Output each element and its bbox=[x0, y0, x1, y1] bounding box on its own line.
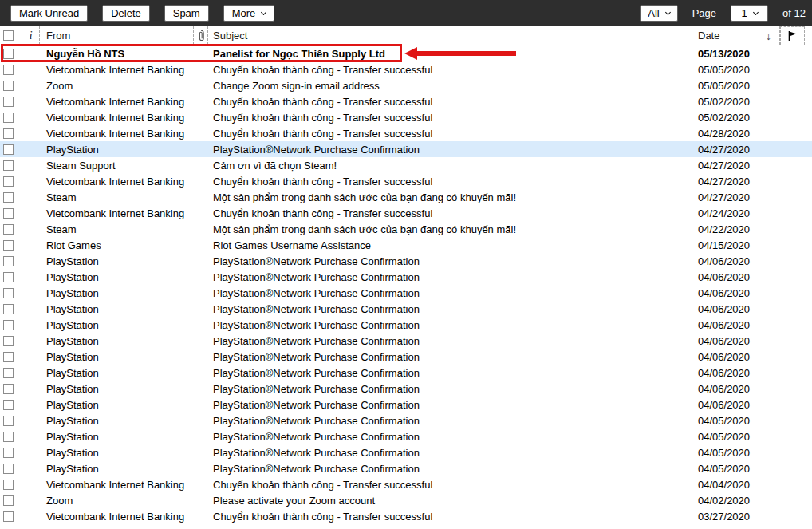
filter-dropdown[interactable]: All bbox=[640, 5, 677, 22]
email-subject: PlayStation®Network Purchase Confirmatio… bbox=[208, 460, 692, 476]
email-row[interactable]: Zoom Please activate your Zoom account 0… bbox=[0, 492, 812, 508]
email-row[interactable]: PlayStation PlayStation®Network Purchase… bbox=[0, 460, 812, 476]
email-row[interactable]: PlayStation PlayStation®Network Purchase… bbox=[0, 444, 812, 460]
row-checkbox[interactable] bbox=[3, 97, 14, 107]
email-subject: Please activate your Zoom account bbox=[208, 492, 692, 508]
email-from: Zoom bbox=[40, 77, 194, 93]
email-from: Zoom bbox=[40, 492, 194, 508]
row-attachment-cell bbox=[194, 61, 208, 77]
row-attachment-cell bbox=[194, 221, 208, 237]
email-subject: PlayStation®Network Purchase Confirmatio… bbox=[208, 269, 692, 285]
email-row[interactable]: PlayStation PlayStation®Network Purchase… bbox=[0, 349, 812, 365]
row-checkbox[interactable] bbox=[3, 144, 14, 155]
row-checkbox[interactable] bbox=[3, 65, 14, 75]
row-checkbox[interactable] bbox=[3, 320, 14, 330]
row-checkbox[interactable] bbox=[3, 192, 14, 203]
email-row[interactable]: Vietcombank Internet Banking Chuyển khoả… bbox=[0, 476, 812, 492]
row-checkbox[interactable] bbox=[3, 81, 14, 91]
flag-column-header[interactable] bbox=[780, 26, 805, 45]
email-row[interactable]: Riot Games Riot Games Username Assistanc… bbox=[0, 237, 812, 253]
email-row[interactable]: PlayStation PlayStation®Network Purchase… bbox=[0, 413, 812, 428]
subject-column-header[interactable]: Subject bbox=[208, 26, 692, 45]
row-checkbox[interactable] bbox=[3, 480, 14, 490]
row-status-cell bbox=[22, 189, 40, 205]
row-checkbox[interactable] bbox=[3, 336, 14, 346]
row-checkbox[interactable] bbox=[3, 448, 14, 458]
row-status-cell bbox=[22, 77, 40, 93]
row-attachment-cell bbox=[194, 141, 208, 157]
email-subject: Chuyển khoản thành công - Transfer succe… bbox=[208, 173, 692, 189]
email-subject: Panelist for Ngọc Thiên Supply Ltd bbox=[208, 45, 692, 61]
row-checkbox[interactable] bbox=[3, 240, 14, 251]
mark-unread-button[interactable]: Mark Unread bbox=[10, 5, 88, 22]
email-date: 04/06/2020 bbox=[692, 317, 780, 333]
row-checkbox[interactable] bbox=[3, 160, 14, 171]
page-number-dropdown[interactable]: 1 bbox=[731, 5, 768, 22]
email-date: 05/13/2020 bbox=[692, 45, 780, 61]
email-row[interactable]: PlayStation PlayStation®Network Purchase… bbox=[0, 428, 812, 444]
email-row[interactable]: PlayStation PlayStation®Network Purchase… bbox=[0, 253, 812, 269]
row-checkbox-cell bbox=[0, 317, 22, 333]
date-column-header[interactable]: Date ↓ bbox=[692, 26, 780, 45]
row-checkbox[interactable] bbox=[3, 464, 14, 474]
row-checkbox[interactable] bbox=[3, 224, 14, 235]
email-row[interactable]: PlayStation PlayStation®Network Purchase… bbox=[0, 269, 812, 285]
row-status-cell bbox=[22, 301, 40, 317]
email-row[interactable]: Vietcombank Internet Banking Chuyển khoả… bbox=[0, 109, 812, 125]
row-checkbox[interactable] bbox=[3, 511, 14, 522]
row-checkbox[interactable] bbox=[3, 128, 14, 139]
email-row[interactable]: Zoom Change Zoom sign-in email address 0… bbox=[0, 77, 812, 93]
row-checkbox-cell bbox=[0, 301, 22, 317]
row-checkbox[interactable] bbox=[3, 384, 14, 394]
delete-button[interactable]: Delete bbox=[102, 5, 150, 22]
row-status-cell bbox=[22, 45, 40, 61]
email-row[interactable]: Steam Một sản phẩm trong danh sách ước c… bbox=[0, 221, 812, 237]
row-flag-cell bbox=[780, 109, 805, 125]
more-button[interactable]: More bbox=[223, 5, 275, 22]
email-row[interactable]: PlayStation PlayStation®Network Purchase… bbox=[0, 317, 812, 333]
row-checkbox[interactable] bbox=[3, 304, 14, 314]
email-row[interactable]: Nguyễn Hồ NTS Panelist for Ngọc Thiên Su… bbox=[0, 45, 812, 61]
email-row[interactable]: PlayStation PlayStation®Network Purchase… bbox=[0, 285, 812, 301]
row-checkbox[interactable] bbox=[3, 416, 14, 426]
row-checkbox[interactable] bbox=[3, 176, 14, 187]
email-row[interactable]: Vietcombank Internet Banking Chuyển khoả… bbox=[0, 205, 812, 221]
email-row[interactable]: PlayStation PlayStation®Network Purchase… bbox=[0, 365, 812, 381]
email-row[interactable]: Vietcombank Internet Banking Chuyển khoả… bbox=[0, 61, 812, 77]
email-date: 04/27/2020 bbox=[692, 141, 780, 157]
email-row[interactable]: PlayStation PlayStation®Network Purchase… bbox=[0, 397, 812, 413]
row-checkbox-cell bbox=[0, 205, 22, 221]
row-checkbox[interactable] bbox=[3, 49, 14, 59]
from-column-header[interactable]: From bbox=[40, 26, 194, 45]
row-checkbox[interactable] bbox=[3, 368, 14, 378]
email-row[interactable]: Vietcombank Internet Banking Chuyển khoả… bbox=[0, 93, 812, 109]
row-checkbox[interactable] bbox=[3, 400, 14, 410]
row-checkbox[interactable] bbox=[3, 208, 14, 219]
email-row[interactable]: Steam Support Cảm ơn vì đã chọn Steam! 0… bbox=[0, 157, 812, 173]
row-checkbox[interactable] bbox=[3, 495, 14, 506]
email-row[interactable]: PlayStation PlayStation®Network Purchase… bbox=[0, 301, 812, 317]
row-checkbox[interactable] bbox=[3, 432, 14, 442]
status-column-header: i bbox=[22, 26, 40, 45]
row-checkbox[interactable] bbox=[3, 113, 14, 123]
row-checkbox[interactable] bbox=[3, 288, 14, 298]
email-from: PlayStation bbox=[40, 317, 194, 333]
email-row[interactable]: PlayStation PlayStation®Network Purchase… bbox=[0, 381, 812, 397]
email-row[interactable]: PlayStation PlayStation®Network Purchase… bbox=[0, 141, 812, 157]
email-subject: Riot Games Username Assistance bbox=[208, 237, 692, 253]
email-row[interactable]: Steam Một sản phẩm trong danh sách ước c… bbox=[0, 189, 812, 205]
row-checkbox[interactable] bbox=[3, 352, 14, 362]
row-checkbox[interactable] bbox=[3, 256, 14, 266]
email-subject: Chuyển khoản thành công - Transfer succe… bbox=[208, 508, 692, 524]
email-row[interactable]: Vietcombank Internet Banking Chuyển khoả… bbox=[0, 125, 812, 141]
page-total-label: of 12 bbox=[782, 7, 806, 19]
row-checkbox[interactable] bbox=[3, 272, 14, 282]
row-flag-cell bbox=[780, 157, 805, 173]
email-row[interactable]: Vietcombank Internet Banking Chuyển khoả… bbox=[0, 508, 812, 524]
email-from: PlayStation bbox=[40, 141, 194, 157]
email-row[interactable]: Vietcombank Internet Banking Chuyển khoả… bbox=[0, 173, 812, 189]
email-row[interactable]: PlayStation PlayStation®Network Purchase… bbox=[0, 333, 812, 349]
sort-descending-icon[interactable]: ↓ bbox=[766, 30, 771, 42]
select-all-checkbox[interactable] bbox=[3, 30, 14, 41]
spam-button[interactable]: Spam bbox=[164, 5, 209, 22]
